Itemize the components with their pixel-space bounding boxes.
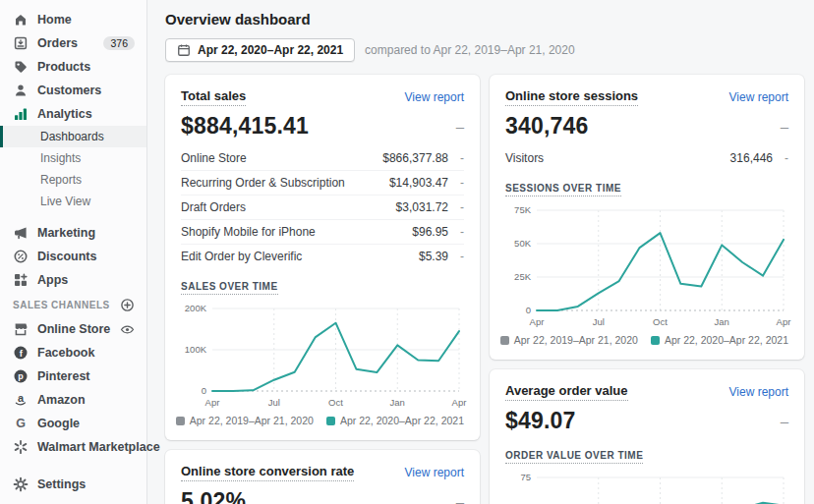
svg-text:75: 75 <box>520 472 531 482</box>
svg-text:Jul: Jul <box>268 397 280 408</box>
conversion-rate-card: Online store conversion rate View report… <box>165 450 480 504</box>
sales-over-time-chart: 0100K200KAprJulOctJanApr <box>181 303 464 413</box>
page-title: Overview dashboard <box>165 11 804 28</box>
table-row: Recurring Order & Subscription $14,903.4… <box>181 170 464 195</box>
date-range-label: Apr 22, 2020–Apr 22, 2021 <box>198 43 343 57</box>
sidebar-item-discounts[interactable]: Discounts <box>0 245 146 268</box>
table-row: Shopify Mobile for iPhone $96.95 - <box>181 219 464 244</box>
sessions-over-time-label: SESSIONS OVER TIME <box>505 183 621 196</box>
svg-text:Apr: Apr <box>452 397 467 408</box>
svg-text:25K: 25K <box>514 271 532 282</box>
total-sales-delta: – <box>456 118 464 135</box>
sidebar-item-amazon[interactable]: a Amazon <box>0 388 146 412</box>
svg-text:100K: 100K <box>185 344 207 355</box>
sidebar: Home Orders 376 Products Customers Analy… <box>0 0 147 504</box>
chart-legend: Apr 22, 2019–Apr 21, 2020 Apr 22, 2020–A… <box>505 334 788 346</box>
total-sales-card: Total sales View report $884,415.41 – On… <box>165 75 480 440</box>
legend-swatch-gray <box>500 336 509 345</box>
svg-text:Jul: Jul <box>593 316 605 327</box>
sessions-value: 340,746 <box>505 113 589 140</box>
sidebar-subitem-dashboards[interactable]: Dashboards <box>0 126 146 147</box>
sales-over-time-label: SALES OVER TIME <box>181 281 278 295</box>
discounts-percent-icon <box>13 249 29 264</box>
sessions-over-time-chart: 025K50K75KAprJulOctJanApr <box>505 204 788 332</box>
online-store-icon <box>13 321 29 337</box>
legend-swatch-teal <box>651 336 660 345</box>
aov-view-report-link[interactable]: View report <box>729 385 788 399</box>
sidebar-item-google[interactable]: G Google <box>0 412 146 435</box>
sidebar-item-apps[interactable]: Apps <box>0 268 146 292</box>
total-sales-view-report-link[interactable]: View report <box>405 90 464 104</box>
pinterest-icon: p <box>13 368 29 384</box>
dashboard-column-right: Online store sessions View report 340,74… <box>490 75 804 504</box>
chart-legend: Apr 22, 2019–Apr 21, 2020 Apr 22, 2020–A… <box>181 415 464 426</box>
calendar-icon <box>177 43 191 57</box>
sidebar-item-analytics[interactable]: Analytics <box>0 102 146 126</box>
total-sales-value: $884,415.41 <box>181 113 309 140</box>
eye-icon[interactable] <box>120 322 135 337</box>
order-value-over-time-label: ORDER VALUE OVER TIME <box>505 450 643 464</box>
legend-swatch-gray <box>176 417 185 425</box>
table-row: Edit Order by Cleverific $5.39 - <box>181 244 464 268</box>
order-value-over-time-chart: 0255075AprJulOctJanApr <box>505 472 788 504</box>
sessions-delta: – <box>781 118 788 135</box>
date-range-button[interactable]: Apr 22, 2020–Apr 22, 2021 <box>165 38 355 62</box>
sidebar-subitem-insights[interactable]: Insights <box>0 147 146 169</box>
sidebar-item-products[interactable]: Products <box>0 55 146 79</box>
customers-person-icon <box>13 83 29 98</box>
aov-delta: – <box>781 413 788 429</box>
svg-text:50K: 50K <box>514 238 532 249</box>
sidebar-item-home[interactable]: Home <box>0 8 146 31</box>
sidebar-item-orders[interactable]: Orders 376 <box>0 31 146 55</box>
svg-text:Jan: Jan <box>715 316 729 327</box>
settings-gear-icon <box>13 476 29 492</box>
main-content: Overview dashboard Apr 22, 2020–Apr 22, … <box>147 0 814 504</box>
sidebar-item-walmart-marketplace[interactable]: Walmart Marketplace <box>0 435 146 459</box>
amazon-icon: a <box>13 392 29 408</box>
sidebar-item-marketing[interactable]: Marketing <box>0 221 146 245</box>
google-icon: G <box>13 416 29 431</box>
walmart-spark-icon <box>13 439 29 455</box>
sidebar-subitem-live-view[interactable]: Live View <box>0 191 146 212</box>
sidebar-subitem-reports[interactable]: Reports <box>0 169 146 191</box>
sessions-view-report-link[interactable]: View report <box>729 90 788 104</box>
marketing-megaphone-icon <box>13 225 29 241</box>
sidebar-item-settings[interactable]: Settings <box>0 473 146 496</box>
svg-text:Oct: Oct <box>328 397 343 408</box>
sidebar-item-facebook[interactable]: f Facebook <box>0 341 146 364</box>
table-row: Draft Orders $3,031.72 - <box>181 195 464 219</box>
sidebar-item-pinterest[interactable]: p Pinterest <box>0 364 146 388</box>
conversion-rate-title: Online store conversion rate <box>181 464 354 481</box>
orders-count-badge: 376 <box>103 36 135 50</box>
svg-text:75K: 75K <box>514 204 532 215</box>
table-row: Visitors 316,446 - <box>505 146 788 170</box>
total-sales-breakdown: Online Store $866,377.88 - Recurring Ord… <box>181 146 464 268</box>
orders-icon <box>13 35 29 51</box>
sessions-title: Online store sessions <box>505 88 638 106</box>
conversion-view-report-link[interactable]: View report <box>405 466 464 479</box>
aov-title: Average order value <box>505 383 628 401</box>
svg-text:p: p <box>18 371 24 381</box>
conversion-rate-delta: – <box>456 493 464 504</box>
sidebar-item-customers[interactable]: Customers <box>0 79 146 102</box>
apps-grid-icon <box>13 272 29 288</box>
home-icon <box>13 12 29 28</box>
legend-swatch-teal <box>326 417 335 425</box>
dashboard-controls: Apr 22, 2020–Apr 22, 2021 compared to Ap… <box>165 38 804 62</box>
svg-text:0: 0 <box>526 305 531 315</box>
legend-current-period: Apr 22, 2020–Apr 22, 2021 <box>651 334 788 346</box>
average-order-value-card: Average order value View report $49.07 –… <box>490 369 804 504</box>
analytics-bars-icon <box>13 106 29 122</box>
svg-text:Apr: Apr <box>205 397 220 408</box>
svg-text:200K: 200K <box>185 303 207 313</box>
aov-value: $49.07 <box>505 408 576 434</box>
add-channel-plus-icon[interactable] <box>120 298 135 312</box>
svg-text:0: 0 <box>202 385 206 396</box>
svg-text:Jan: Jan <box>390 397 405 408</box>
svg-text:Apr: Apr <box>777 316 791 327</box>
sidebar-item-online-store[interactable]: Online Store <box>0 317 146 341</box>
products-tag-icon <box>13 59 29 75</box>
total-sales-title: Total sales <box>181 88 246 106</box>
table-row: Online Store $866,377.88 - <box>181 146 464 170</box>
legend-previous-period: Apr 22, 2019–Apr 21, 2020 <box>176 415 314 426</box>
